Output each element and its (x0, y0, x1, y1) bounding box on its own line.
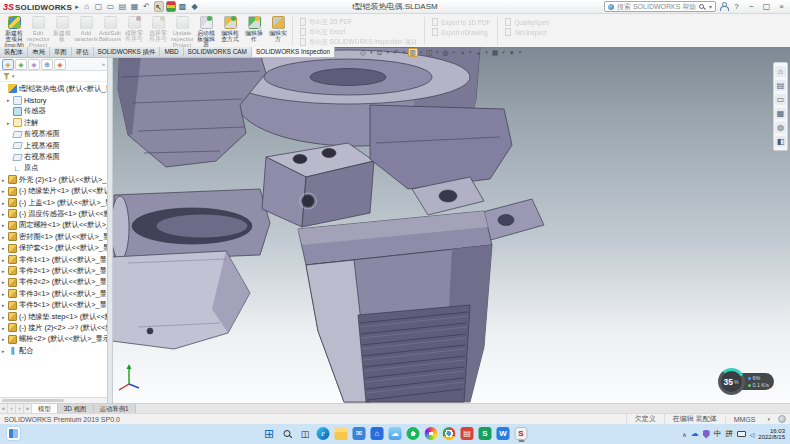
menu-expand-icon[interactable]: ▸ (75, 3, 79, 11)
tab-草图[interactable]: 草图 (50, 47, 72, 57)
edit-actuals-button[interactable]: 编辑实 方 (266, 15, 290, 47)
doc-tab-nav-2[interactable]: ‹ (8, 404, 16, 413)
appearance-icon[interactable]: ◒ (474, 48, 484, 57)
units-caret-icon[interactable]: ▾ (763, 416, 774, 422)
wps-w-taskbar-icon[interactable]: W (497, 427, 510, 440)
model-threads[interactable] (358, 305, 470, 402)
tab-mbd[interactable]: MBD (160, 47, 183, 57)
zoom-gauge[interactable]: 35 % (718, 368, 745, 395)
search-icon[interactable] (699, 4, 704, 9)
green-app-taskbar-icon[interactable] (407, 427, 420, 440)
design-library-icon[interactable]: ▤ (775, 80, 786, 91)
displaymanager-tab[interactable]: ◈ (54, 59, 66, 70)
status-globe-icon[interactable] (778, 415, 786, 423)
settings-icon[interactable]: ▾ (507, 48, 517, 57)
zoom-area-caret-icon[interactable]: ▾ (387, 49, 390, 55)
tree-item[interactable]: ▸(-) 接片 (2)<2> ->? (默认<<默认> (0, 322, 107, 333)
section-view-caret-icon[interactable]: ▾ (420, 49, 423, 55)
tab-装配体[interactable]: 装配体 (0, 47, 28, 57)
appearance-caret-icon[interactable]: ▾ (486, 49, 489, 55)
doc-tab-运动算例1[interactable]: 运动算例1 (94, 404, 136, 413)
tree-item[interactable]: t型铠装热电偶 (默认<默认_显示状态-1>) (0, 83, 107, 94)
tree-item[interactable]: ▸零件2<1> (默认<<默认>_显示状态< (0, 265, 107, 276)
undo-button[interactable]: ↶ (142, 1, 152, 12)
panel-tabs-overflow[interactable]: » (102, 61, 105, 67)
settings-caret-icon[interactable]: ▾ (519, 49, 522, 55)
scrollbar-thumb[interactable] (2, 399, 64, 402)
hide-show-caret-icon[interactable]: ▾ (469, 49, 472, 55)
file-explorer-taskbar-icon[interactable] (335, 427, 348, 440)
edge-taskbar-icon[interactable]: e (317, 427, 330, 440)
propertymanager-tab[interactable]: ◈ (15, 59, 27, 70)
photos-taskbar-icon[interactable] (425, 427, 438, 440)
wps-s-taskbar-icon[interactable]: S (479, 427, 492, 440)
tree-item[interactable]: ▸零件3<1> (默认<<默认>_显示状态< (0, 288, 107, 299)
chrome-taskbar-icon[interactable] (443, 427, 456, 440)
widgets-icon[interactable] (7, 427, 20, 440)
status-item-3[interactable]: MMGS (725, 416, 764, 423)
print-button[interactable]: ▦ (130, 1, 140, 12)
new-button[interactable]: ▢ (94, 1, 104, 12)
tree-item[interactable]: ▸注解 (0, 117, 107, 128)
view-orientation-caret-icon[interactable]: ▾ (436, 49, 439, 55)
tree-item[interactable]: ▸(-) 绝缘垫.step<1> (默认<<默认> (0, 311, 107, 322)
tree-item[interactable]: ▸零件1<1> (默认<<默认>_显示状态< (0, 254, 107, 265)
security-shield-icon[interactable] (703, 430, 710, 439)
solidworks-taskbar-icon[interactable]: S (515, 427, 528, 440)
volume-icon[interactable]: ◁ (750, 431, 755, 438)
weather-taskbar-icon[interactable]: ☁ (389, 427, 402, 440)
options-button[interactable]: ▩ (178, 1, 188, 12)
doc-tab-3D-视图[interactable]: 3D 视图 (58, 404, 94, 413)
tree-item[interactable]: ▸保护套<1> (默认<<默认>_显示状态 (0, 242, 107, 253)
doc-tab-模型[interactable]: 模型 (32, 404, 58, 413)
close-button[interactable]: × (776, 1, 787, 12)
minimize-button[interactable]: − (746, 1, 757, 12)
filter-caret-icon[interactable]: ▾ (12, 73, 15, 79)
restore-button[interactable]: ▢ (761, 1, 772, 12)
edit-operations-button[interactable]: 编辑操 作 (242, 15, 266, 47)
tree-item[interactable]: ▸螺栓<2> (默认<<默认>_显示状态< (0, 334, 107, 345)
help-button[interactable]: ? (731, 1, 742, 12)
ime-mode-indicator[interactable]: 拼 (725, 429, 733, 439)
tree-item[interactable]: ▸密封圈<1> (默认<<默认>_显示状态 (0, 231, 107, 242)
monitor-icon[interactable] (737, 431, 746, 437)
previous-view-icon[interactable]: ↶ (391, 48, 401, 57)
tab-solidworks-cam[interactable]: SOLIDWORKS CAM (184, 47, 252, 57)
doc-tab-nav-1[interactable]: « (0, 404, 8, 413)
tree-item[interactable]: ∟原点 (0, 163, 107, 174)
doc-tab-nav-3[interactable]: › (16, 404, 24, 413)
tree-item[interactable]: ▸∥配合 (0, 345, 107, 356)
onedrive-icon[interactable]: ☁ (691, 429, 699, 439)
ime-language-indicator[interactable]: 中 (714, 429, 722, 439)
new-inspection-button[interactable]: 新建检 查项目 (imp:M) (2, 15, 26, 47)
display-style-caret-icon[interactable]: ▾ (453, 49, 456, 55)
zoom-area-icon[interactable]: ⊙ (375, 48, 385, 57)
cad-model[interactable] (108, 47, 790, 403)
view-orientation-icon[interactable]: ◫ (424, 48, 434, 57)
doc-tab-nav-4[interactable]: » (24, 404, 32, 413)
model-left-stub[interactable] (111, 189, 270, 261)
tree-item[interactable]: ▸History (0, 94, 107, 105)
tree-item[interactable]: ▸固定螺栓<1> (默认<<默认>_显示状态 (0, 220, 107, 231)
tab-布局[interactable]: 布局 (28, 47, 50, 57)
graphics-area[interactable]: ◇▾⊙▾↶▾▥▾◫▾◍▾◑▾◒▾▦▾▾▾ ⌂▤▭▦◍◧ 35 % 6% 0.1 … (108, 47, 790, 403)
save-button[interactable]: ▤ (118, 1, 128, 12)
section-view-icon[interactable]: ▥ (408, 48, 418, 57)
model-center-block[interactable] (262, 143, 374, 227)
tree-item[interactable]: ▸外壳 (2)<1> (默认<<默认>_显示状态 (0, 174, 107, 185)
search-input[interactable]: 搜索 SOLIDWORKS 帮助 ▾ (604, 1, 716, 12)
settings-button[interactable]: ◆ (190, 1, 200, 12)
search-taskbar-icon[interactable] (281, 427, 294, 440)
tree-item[interactable]: 前视基准面 (0, 129, 107, 140)
tree-filter-row[interactable]: ▾ (0, 71, 107, 82)
tray-chevron-icon[interactable]: ∧ (682, 431, 686, 438)
edit-methods-button[interactable]: 编辑检 查方式 (218, 15, 242, 47)
tab-solidworks-插件[interactable]: SOLIDWORKS 插件 (94, 47, 161, 57)
search-caret-icon[interactable]: ▾ (709, 3, 712, 10)
tree-item[interactable]: ▸零件5<1> (默认<<默认>_显示状态< (0, 299, 107, 310)
template-editor-button[interactable]: 启动模 板编辑 器 (194, 15, 218, 47)
zoom-fit-icon[interactable]: ◇ (358, 48, 368, 57)
zoom-fit-caret-icon[interactable]: ▾ (370, 49, 373, 55)
tree-item[interactable]: 传感器 (0, 106, 107, 117)
red-book-taskbar-icon[interactable]: ▤ (461, 427, 474, 440)
